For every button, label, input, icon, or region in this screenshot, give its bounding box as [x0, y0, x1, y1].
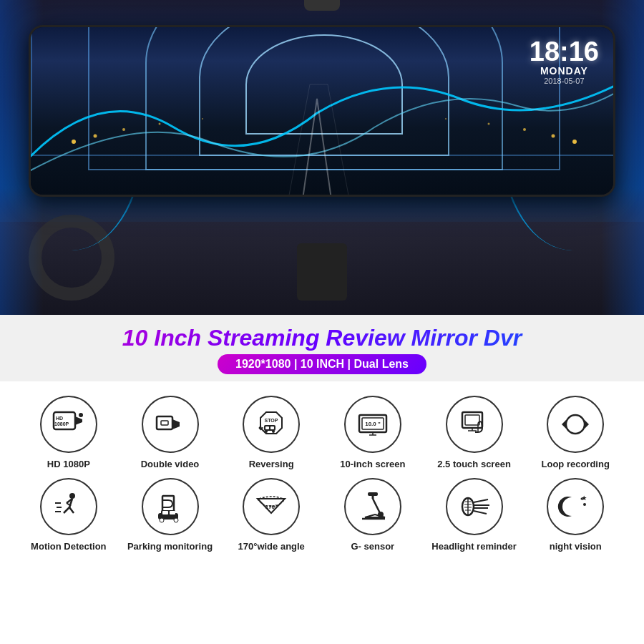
svg-rect-59	[368, 492, 378, 496]
touch-icon	[457, 406, 492, 442]
motion-icon-circle	[40, 478, 97, 535]
parking-icon	[152, 489, 188, 525]
double-video-icon-circle	[142, 396, 199, 453]
feature-parking: Parking monitoring	[123, 478, 218, 553]
svg-point-76	[581, 498, 583, 500]
feature-screen: 10.0 " 10-inch screen	[326, 396, 420, 471]
neon-waves-svg	[31, 27, 613, 195]
hd-1080p-label: HD 1080P	[47, 459, 90, 471]
night-vision-label: night vision	[550, 541, 602, 553]
loop-icon-circle	[547, 396, 604, 453]
svg-point-2	[122, 128, 125, 131]
feature-night-vision: night vision	[528, 478, 623, 553]
svg-marker-13	[75, 416, 82, 425]
screen-icon: 10.0 "	[355, 406, 391, 442]
mirror-device: 18:16 MONDAY 2018-05-07	[29, 25, 615, 197]
wide-angle-icon-circle: 170°	[243, 478, 300, 535]
headlight-icon	[457, 489, 492, 525]
g-sensor-icon-circle	[344, 478, 401, 535]
mirror-screen: 18:16 MONDAY 2018-05-07	[31, 27, 613, 195]
g-sensor-label: G- sensor	[351, 541, 395, 553]
wide-angle-label: 170°wide angle	[238, 541, 305, 553]
reversing-icon-circle: STOP	[243, 396, 300, 453]
svg-marker-16	[172, 419, 180, 429]
hd-video-icon: HD 1080P	[51, 406, 87, 442]
svg-line-66	[474, 499, 488, 502]
clock-day: MONDAY	[530, 65, 599, 77]
motion-icon	[51, 489, 87, 525]
night-vision-icon-circle	[547, 478, 604, 535]
svg-rect-35	[465, 415, 479, 425]
svg-point-7	[523, 128, 526, 131]
svg-point-23	[265, 430, 268, 433]
top-section: 18:16 MONDAY 2018-05-07	[0, 0, 644, 315]
svg-point-9	[445, 118, 447, 119]
subtitle-badge: 1920*1080 | 10 INCH | Dual Lens	[218, 354, 426, 374]
touch-label: 2.5 touch screen	[437, 459, 511, 471]
svg-rect-54	[170, 511, 175, 514]
headlight-icon-circle	[446, 478, 503, 535]
page-wrapper: 18:16 MONDAY 2018-05-07 10 Inch Streamin…	[0, 0, 644, 644]
title-section: 10 Inch Streaming Review Mirror Dvr 1920…	[0, 315, 644, 381]
svg-point-63	[378, 512, 384, 517]
svg-rect-53	[162, 511, 168, 514]
feature-headlight: Headlight reminder	[427, 478, 522, 553]
svg-rect-15	[157, 416, 172, 429]
svg-text:1080P: 1080P	[54, 421, 69, 426]
features-section: HD 1080P HD 1080P Double	[0, 381, 644, 644]
screen-icon-circle: 10.0 "	[344, 396, 401, 453]
svg-point-75	[583, 503, 586, 506]
svg-line-69	[474, 511, 487, 514]
svg-point-8	[488, 123, 490, 125]
features-row-1: HD 1080P HD 1080P Double	[21, 396, 623, 471]
svg-point-4	[202, 118, 203, 119]
svg-point-56	[174, 518, 178, 522]
svg-rect-21	[265, 426, 269, 429]
feature-motion: Motion Detection	[21, 478, 116, 553]
svg-point-3	[159, 123, 161, 125]
feature-wide-angle: 170° 170°wide angle	[224, 478, 318, 553]
feature-reversing: STOP Reversing	[224, 396, 318, 471]
svg-point-6	[552, 135, 555, 138]
svg-rect-22	[270, 426, 274, 429]
feature-g-sensor: G- sensor	[326, 478, 420, 553]
svg-text:170°: 170°	[265, 504, 278, 510]
svg-point-55	[160, 518, 164, 522]
touch-icon-circle	[446, 396, 503, 453]
feature-hd-1080p: HD 1080P HD 1080P	[21, 396, 116, 471]
double-video-label: Double video	[141, 459, 200, 471]
svg-text:10.0 ": 10.0 "	[365, 421, 381, 427]
loop-label: Loop recording	[542, 459, 610, 471]
clock-date: 2018-05-07	[530, 77, 599, 85]
features-row-2: Motion Detection	[21, 478, 623, 553]
headlight-label: Headlight reminder	[431, 541, 516, 553]
stop-reverse-icon: STOP	[253, 406, 289, 442]
screen-label: 10-inch screen	[340, 459, 405, 471]
main-title: 10 Inch Streaming Review Mirror Dvr	[14, 326, 630, 351]
svg-marker-39	[585, 420, 589, 429]
motion-label: Motion Detection	[31, 541, 106, 553]
hd-1080p-icon-circle: HD 1080P	[40, 396, 97, 453]
svg-text:STOP: STOP	[265, 418, 278, 423]
clock-time: 18:16	[530, 38, 599, 65]
svg-point-24	[272, 430, 275, 433]
svg-text:HD: HD	[56, 416, 63, 421]
g-sensor-icon	[355, 489, 391, 525]
feature-touch: 2.5 touch screen	[427, 396, 522, 471]
loop-icon	[557, 406, 593, 442]
svg-line-44	[69, 507, 74, 513]
svg-rect-10	[54, 412, 75, 429]
svg-marker-40	[562, 420, 566, 429]
double-camera-icon	[152, 406, 188, 442]
angle-icon: 170°	[253, 489, 289, 525]
center-console	[297, 243, 347, 301]
svg-rect-17	[161, 421, 168, 425]
svg-point-5	[572, 140, 577, 144]
feature-double-video: Double video	[123, 396, 218, 471]
time-display: 18:16 MONDAY 2018-05-07	[530, 38, 599, 85]
camera-mount	[304, 0, 340, 11]
svg-line-43	[64, 507, 69, 513]
svg-point-1	[94, 135, 97, 138]
night-vision-icon	[557, 489, 593, 525]
parking-icon-circle	[142, 478, 199, 535]
